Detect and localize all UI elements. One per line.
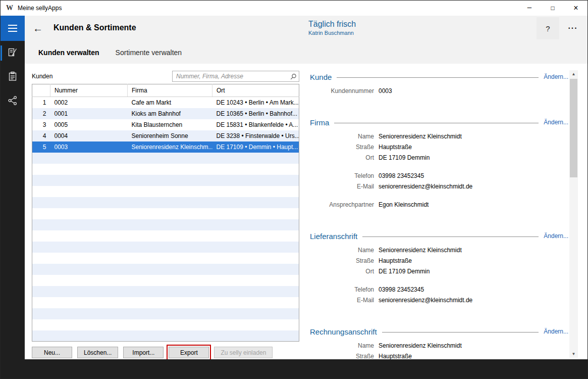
section-rule — [362, 236, 539, 237]
share-network-icon — [8, 96, 18, 108]
field-value: 0003 — [379, 87, 392, 94]
scrollbar-thumb[interactable] — [570, 79, 577, 177]
table-row-empty[interactable] — [32, 164, 299, 175]
table-row-empty[interactable] — [32, 275, 299, 286]
change-link[interactable]: Ändern... — [544, 232, 568, 240]
field-group: Telefon03998 23452345E-Mailseniorenresid… — [310, 284, 568, 305]
button-export[interactable]: Export — [169, 347, 209, 358]
cell-index: 4 — [32, 130, 50, 141]
column-header-nummer[interactable]: Nummer — [50, 84, 128, 97]
cell-ort: DE 15831 • Blankenfelde • A... — [212, 119, 299, 130]
field-label: Ort — [310, 268, 374, 275]
button-l-schen[interactable]: Löschen... — [77, 347, 118, 358]
field-row: StraßeHauptstraße — [310, 255, 568, 266]
table-row[interactable]: 10002Cafe am MarktDE 10243 • Berlin • Am… — [32, 97, 299, 108]
customers-table-body: 10002Cafe am MarktDE 10243 • Berlin • Am… — [32, 97, 299, 342]
field-label: Kundennummer — [310, 87, 374, 94]
bottombar: ⚙ — [1, 359, 587, 378]
field-label: Ort — [310, 154, 374, 161]
table-row-empty[interactable] — [32, 330, 299, 342]
column-header-firma[interactable]: Firma — [128, 84, 212, 97]
search-icon[interactable] — [290, 73, 297, 82]
scroll-down-icon[interactable]: ▼ — [569, 350, 578, 358]
table-row-empty[interactable] — [32, 197, 299, 208]
close-icon[interactable]: × — [564, 1, 587, 16]
field-label: E-Mail — [310, 297, 374, 304]
field-label: Name — [310, 247, 374, 254]
account-user: Katrin Buschmann — [308, 30, 356, 36]
column-header-ort[interactable]: Ort — [212, 84, 299, 97]
field-label: Straße — [310, 257, 374, 264]
maximize-icon[interactable]: □ — [541, 1, 564, 16]
section-lieferanschrift: LieferanschriftÄndern...NameSeniorenresi… — [310, 231, 568, 305]
field-value: DE 17109 Demmin — [379, 268, 430, 275]
table-row[interactable]: 40004Seniorenheim SonneDE 3238 • Finster… — [32, 130, 299, 141]
cell-index: 5 — [32, 141, 50, 153]
titlebar: W Meine sellyApps – □ × — [1, 1, 587, 16]
section-header: KundeÄndern... — [310, 72, 568, 82]
table-row[interactable]: 20001Kioks am BahnhofDE 10365 • Berlin •… — [32, 108, 299, 119]
customers-table[interactable]: NummerFirmaOrt 10002Cafe am MarktDE 1024… — [32, 84, 299, 342]
column-header-index[interactable] — [32, 84, 50, 97]
change-link[interactable]: Ändern... — [544, 328, 568, 335]
cell-firma: Kita Blausternchen — [128, 119, 212, 130]
window-title: Meine sellyApps — [18, 5, 62, 12]
button-zu-selly-einladen: Zu selly einladen — [214, 347, 273, 358]
cell-nummer: 0002 — [50, 97, 128, 108]
change-link[interactable]: Ändern... — [544, 73, 568, 80]
more-options-icon[interactable]: ··· — [563, 20, 583, 37]
field-row: Telefon03998 23452345 — [310, 284, 568, 295]
button-neu[interactable]: Neu... — [32, 347, 72, 358]
button-import[interactable]: Import... — [123, 347, 164, 358]
section-title: Firma — [310, 118, 329, 127]
customer-list-pane: Kunden NummerFirmaOrt 10002Cafe am Markt… — [32, 71, 299, 358]
hamburger-menu-icon[interactable] — [1, 16, 25, 41]
search-box — [172, 71, 299, 82]
table-row-empty[interactable] — [32, 186, 299, 197]
cell-ort: DE 10243 • Berlin • Am Mark... — [212, 97, 299, 108]
list-button-row: Neu...Löschen...Import...ExportZu selly … — [32, 347, 299, 358]
table-row-empty[interactable] — [32, 297, 299, 308]
table-row-empty[interactable] — [32, 319, 299, 330]
cell-ort: DE 10365 • Berlin • Bahnhof... — [212, 108, 299, 119]
scroll-up-icon[interactable]: ▲ — [569, 70, 578, 78]
field-group: Kundennummer0003 — [310, 85, 568, 96]
field-label: Straße — [310, 353, 374, 360]
help-button[interactable]: ? — [537, 17, 559, 39]
change-link[interactable]: Ändern... — [544, 119, 568, 126]
sidebar-item-share[interactable] — [1, 89, 25, 114]
sidebar-item-lists[interactable] — [1, 65, 25, 89]
table-row-empty[interactable] — [32, 308, 299, 319]
table-row-empty[interactable] — [32, 242, 299, 253]
field-value: Hauptstraße — [379, 257, 412, 264]
table-row-empty[interactable] — [32, 219, 299, 230]
search-input[interactable] — [172, 71, 299, 82]
table-row-empty[interactable] — [32, 208, 299, 219]
sidebar-item-customers[interactable] — [1, 41, 25, 65]
field-value: 03998 23452345 — [379, 286, 424, 293]
table-row-empty[interactable] — [32, 153, 299, 164]
field-label: Telefon — [310, 286, 374, 293]
cell-ort: DE 17109 • Demmin • Haupt... — [212, 141, 299, 153]
field-row: E-Mailseniorenresidenz@kleinschmidt.de — [310, 181, 568, 192]
vertical-scrollbar[interactable]: ▲ ▼ — [569, 70, 578, 358]
app-window: W Meine sellyApps – □ × — [0, 0, 588, 379]
minimize-icon[interactable]: – — [518, 1, 541, 16]
table-row-empty[interactable] — [32, 175, 299, 186]
table-header-row: NummerFirmaOrt — [32, 84, 299, 97]
field-row: StraßeHauptstraße — [310, 141, 568, 152]
cell-firma: Cafe am Markt — [128, 97, 212, 108]
table-row[interactable]: 50003Seniorenresidenz Kleinschm...DE 171… — [32, 141, 299, 153]
table-row[interactable]: 30005Kita BlausternchenDE 15831 • Blanke… — [32, 119, 299, 130]
tab-sortimente-verwalten[interactable]: Sortimente verwalten — [116, 49, 182, 57]
section-header: LieferanschriftÄndern... — [310, 231, 568, 241]
table-row-empty[interactable] — [32, 286, 299, 297]
cell-firma: Seniorenheim Sonne — [128, 130, 212, 141]
back-arrow-icon[interactable]: ← — [29, 19, 47, 37]
cell-nummer: 0005 — [50, 119, 128, 130]
table-row-empty[interactable] — [32, 264, 299, 275]
table-row-empty[interactable] — [32, 253, 299, 264]
field-label: Straße — [310, 144, 374, 151]
table-row-empty[interactable] — [32, 230, 299, 242]
tab-kunden-verwalten[interactable]: Kunden verwalten — [38, 49, 99, 57]
